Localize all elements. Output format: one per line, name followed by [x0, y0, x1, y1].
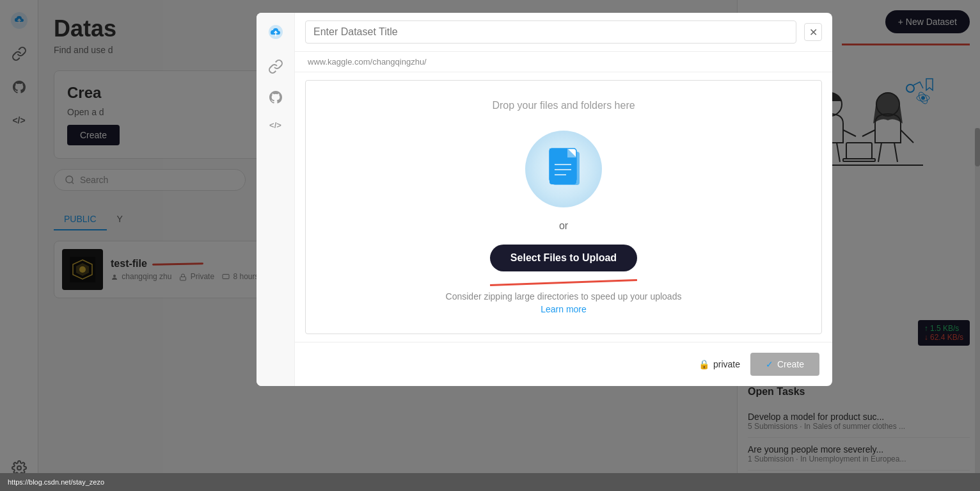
- modal-close-button[interactable]: ✕: [804, 23, 822, 41]
- modal-create-button[interactable]: ✓ Create: [750, 353, 819, 376]
- check-circle-icon: ✓: [766, 359, 773, 369]
- lock-icon: 🔒: [699, 359, 709, 369]
- upload-modal: </> ✕ www.kaggle.com/changqingzhu/ Drop …: [257, 13, 832, 386]
- zip-hint: Consider zipping large directories to sp…: [446, 291, 682, 302]
- modal-main: ✕ www.kaggle.com/changqingzhu/ Drop your…: [295, 13, 832, 386]
- modal-link-icon[interactable]: [268, 59, 283, 77]
- drop-text: Drop your files and folders here: [492, 100, 635, 111]
- modal-url: www.kaggle.com/changqingzhu/: [295, 52, 832, 72]
- modal-github-icon[interactable]: [268, 90, 283, 108]
- modal-overlay: </> ✕ www.kaggle.com/changqingzhu/ Drop …: [0, 0, 980, 491]
- file-icon-circle: [525, 131, 602, 207]
- modal-code-icon[interactable]: </>: [269, 120, 281, 130]
- or-text: or: [559, 220, 568, 232]
- modal-footer: 🔒 private ✓ Create: [295, 342, 832, 386]
- modal-create-label: Create: [777, 359, 804, 369]
- modal-icon-strip: </>: [257, 13, 295, 386]
- private-text: private: [713, 359, 740, 369]
- dataset-title-input[interactable]: [305, 20, 796, 44]
- url-text: https://blog.csdn.net/stay_zezo: [8, 478, 104, 486]
- select-files-button[interactable]: Select Files to Upload: [490, 245, 637, 271]
- red-scratch-decoration: [490, 279, 637, 286]
- modal-title-row: ✕: [295, 13, 832, 52]
- modal-upload-icon[interactable]: [265, 23, 286, 46]
- url-bar: https://blog.csdn.net/stay_zezo: [0, 473, 980, 491]
- private-label: 🔒 private: [699, 359, 740, 369]
- drop-zone[interactable]: Drop your files and folders here: [305, 80, 822, 334]
- learn-more-link[interactable]: Learn more: [541, 304, 587, 314]
